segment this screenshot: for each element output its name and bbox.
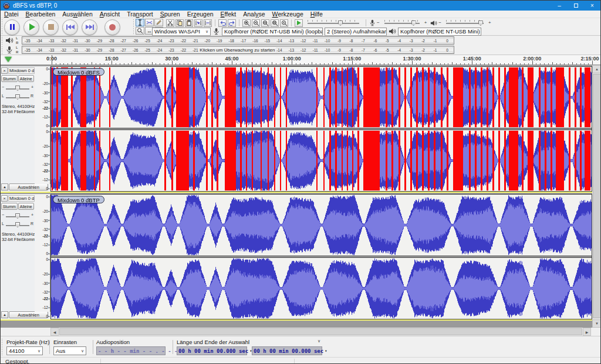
clip-label-dbfs[interactable]: Mixdown 0 dBFS xyxy=(53,68,104,76)
track-close-button[interactable]: × xyxy=(1,67,8,74)
selection-end-field[interactable]: 00 h 00 min 00.000 sec xyxy=(252,346,322,355)
gain-slider[interactable]: −+ xyxy=(2,84,33,91)
zoom-in-button[interactable] xyxy=(242,19,251,27)
mute-button[interactable]: Stumm xyxy=(1,75,18,82)
timeline-tick xyxy=(320,63,320,64)
menu-analyse[interactable]: Analyse xyxy=(239,11,268,18)
copy-button[interactable] xyxy=(175,19,184,27)
tools-grip[interactable] xyxy=(133,19,135,35)
gain-slider[interactable]: −+ xyxy=(2,212,33,219)
timeline-tick xyxy=(72,62,72,64)
zoom-selection-button[interactable] xyxy=(261,19,269,27)
pan-slider[interactable]: LR xyxy=(2,221,33,228)
menu-erzeugen[interactable]: Erzeugen xyxy=(184,11,217,18)
paste-button[interactable] xyxy=(185,19,193,27)
playback-device-select[interactable]: Kopfhörer (RØDE NT-USB Mini)∨ xyxy=(398,28,481,36)
horizontal-scrollbar-row: ◀ ▶ xyxy=(1,328,600,336)
horizontal-scroll-thumb[interactable] xyxy=(59,328,582,335)
menu-datei[interactable]: Datei xyxy=(1,11,22,18)
zoom-toggle-button[interactable] xyxy=(280,19,288,27)
zoom-tool-button[interactable] xyxy=(136,27,144,35)
redo-button[interactable] xyxy=(228,19,236,27)
timeline-tick xyxy=(552,62,553,64)
pause-button[interactable] xyxy=(4,19,20,35)
track-dbtp-waveform[interactable]: Mixdown 0 dBTP xyxy=(50,194,592,319)
restore-button[interactable] xyxy=(568,1,584,11)
stop-button[interactable] xyxy=(43,19,59,35)
clip-label-dbtp[interactable]: Mixdown 0 dBTP xyxy=(53,196,104,203)
track-name-menu[interactable]: Mixdown 0 d▼ xyxy=(8,195,35,202)
collapse-button[interactable]: ▲ xyxy=(1,183,8,190)
track-dbtp-vertical-ruler[interactable]: 0-20-30-32-22-120 0-20-30-32-22-120 xyxy=(35,195,50,312)
timeline-tick xyxy=(420,63,421,64)
timeline-pin-icon[interactable] xyxy=(5,57,12,62)
undo-button[interactable] xyxy=(218,19,227,27)
play-at-speed-button[interactable] xyxy=(295,19,303,27)
timeline-tick xyxy=(300,63,300,64)
play-speed-slider[interactable] xyxy=(304,19,363,26)
menu-bearbeiten[interactable]: Bearbeiten xyxy=(22,11,59,18)
recording-meter[interactable]: LR -35-34-33-32-31-30-29-28-27-26-25-24-… xyxy=(1,45,458,55)
menu-ansicht[interactable]: Ansicht xyxy=(96,11,123,18)
scroll-up-icon[interactable]: ▲ xyxy=(592,65,601,73)
track-close-button[interactable]: × xyxy=(1,195,8,202)
menu-werkzeuge[interactable]: Werkzeuge xyxy=(269,11,307,18)
recording-meter-bar[interactable]: -35-34-33-32-31-30-29-28-27-26-25-24-23-… xyxy=(22,46,454,54)
mute-button[interactable]: Stumm xyxy=(1,203,18,210)
menu-effekt[interactable]: Effekt xyxy=(217,11,240,18)
close-button[interactable]: × xyxy=(584,1,600,11)
recording-volume-slider[interactable] xyxy=(381,19,423,26)
envelope-tool-button[interactable] xyxy=(145,19,154,26)
meter-tick-label: -25 xyxy=(144,48,150,52)
minimize-button[interactable]: – xyxy=(551,1,568,11)
play-button[interactable] xyxy=(23,19,39,35)
audio-position-field[interactable]: - - h - - min - - . - - - sec xyxy=(96,346,166,355)
timeline-tick xyxy=(388,63,389,64)
playback-volume-slider[interactable] xyxy=(443,19,487,26)
playback-meter-bar[interactable]: -35-34-33-32-31-30-29-28-27-26-25-24-23-… xyxy=(22,36,454,45)
menu-auswählen[interactable]: Auswählen xyxy=(59,11,96,18)
snap-select[interactable]: Aus∨ xyxy=(53,346,86,355)
skip-end-button[interactable] xyxy=(82,19,97,35)
scroll-right-icon[interactable]: ▶ xyxy=(583,328,591,336)
timeline-ruler[interactable]: 0:0015:0030:0045:001:00:001:15:001:30:00… xyxy=(1,55,600,65)
menu-transport[interactable]: Transport xyxy=(123,11,157,18)
trim-button[interactable] xyxy=(194,19,202,27)
solo-button[interactable]: Alleine xyxy=(18,203,35,210)
horizontal-scrollbar[interactable]: ◀ ▶ xyxy=(50,328,591,336)
recording-device-select[interactable]: Kopfhörer (RØDE NT-USB Mini) (loopback)∨ xyxy=(222,28,323,36)
track-dbfs-waveform[interactable]: Mixdown 0 dBFS xyxy=(50,66,592,192)
vertical-scroll-thumb[interactable] xyxy=(593,74,601,318)
timeline-tick xyxy=(196,63,197,64)
menu-hilfe[interactable]: Hilfe xyxy=(307,11,326,18)
selection-mode-label[interactable]: Länge und Ende der Auswahl xyxy=(177,339,249,345)
skip-start-button[interactable] xyxy=(62,19,78,35)
zoom-fit-button[interactable] xyxy=(271,19,279,27)
scroll-down-icon[interactable]: ▼ xyxy=(592,319,601,328)
track-dbfs-control-panel: × Mixdown 0 d▼ Stumm Alleine −+ LR xyxy=(1,66,35,192)
playback-meter[interactable]: LR -35-34-33-32-31-30-29-28-27-26-25-24-… xyxy=(1,36,458,45)
track-dbfs-vertical-ruler[interactable]: 0-20-30-32-22-120 0-20-30-32-22-120 xyxy=(35,67,50,184)
cut-button[interactable] xyxy=(166,19,174,27)
recording-channels-select[interactable]: 2 (Stereo) Aufnahmekanä∨ xyxy=(325,28,387,36)
meter-tick-label: -19 xyxy=(217,39,222,43)
vertical-scrollbar[interactable]: ▲ ▼ xyxy=(592,65,601,328)
selection-mode-chevron-icon[interactable]: ∨ xyxy=(318,339,320,343)
selection-start-field[interactable]: 00 h 00 min 00.000 sec xyxy=(177,346,247,355)
audio-host-select[interactable]: Windows WASAPI∨ xyxy=(152,28,211,36)
timeline-tick xyxy=(268,63,268,64)
zoom-out-button[interactable] xyxy=(252,19,260,27)
selection-tool-button[interactable] xyxy=(136,19,144,26)
monitor-hint-text[interactable]: Klicken um Überwachung zu starten xyxy=(198,47,276,53)
collapse-button[interactable]: ▲ xyxy=(1,311,8,318)
transport-grip[interactable] xyxy=(1,19,4,35)
project-rate-select[interactable]: 44100∨ xyxy=(6,346,43,355)
solo-button[interactable]: Alleine xyxy=(18,75,35,82)
menu-spuren[interactable]: Spuren xyxy=(157,11,184,18)
track-name-menu[interactable]: Mixdown 0 d▼ xyxy=(8,67,35,74)
record-button[interactable] xyxy=(104,19,120,35)
silence-button[interactable] xyxy=(204,19,212,27)
pan-slider[interactable]: LR xyxy=(2,93,33,100)
scroll-left-icon[interactable]: ◀ xyxy=(50,328,59,336)
draw-tool-button[interactable] xyxy=(154,19,163,26)
